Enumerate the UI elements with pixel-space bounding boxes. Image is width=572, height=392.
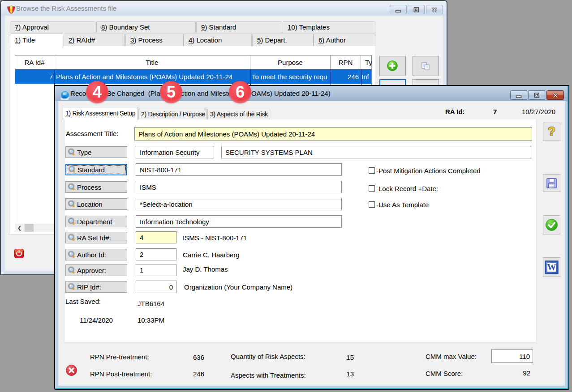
svg-text:W: W [547,262,556,272]
